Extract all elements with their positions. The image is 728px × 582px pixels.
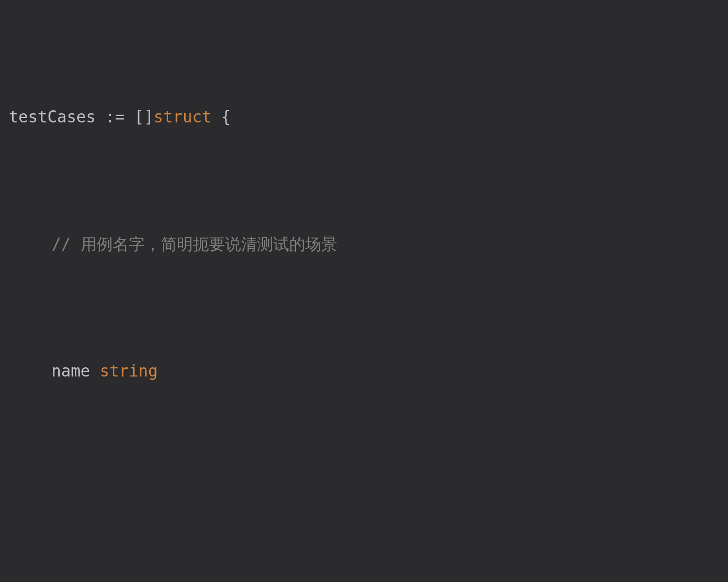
code-line: // 用例名字，简明扼要说清测试的场景 [9, 228, 728, 260]
field-name: name [52, 355, 100, 387]
code-text: := [] [96, 101, 154, 133]
comment: // [52, 228, 81, 260]
code-line: name string [9, 355, 728, 387]
code-text: { [211, 101, 231, 133]
code-line: testCases := []struct { [9, 101, 728, 133]
keyword-struct: struct [154, 101, 211, 133]
blank-line [9, 482, 728, 514]
type-string: string [100, 355, 157, 387]
code-editor[interactable]: testCases := []struct { // 用例名字，简明扼要说清测试… [0, 0, 728, 582]
comment: 用例名字，简明扼要说清测试的场景 [81, 228, 337, 260]
code-text: testCases [9, 101, 96, 133]
